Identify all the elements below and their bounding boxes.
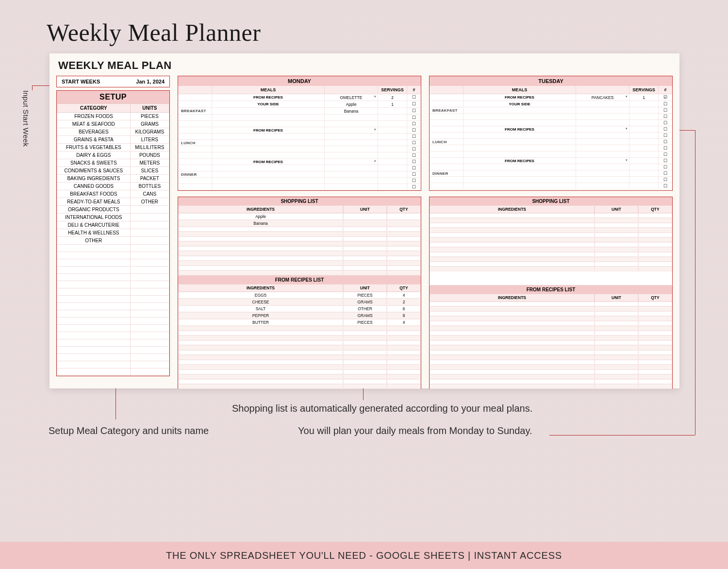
list-row[interactable] xyxy=(178,335,421,340)
meal-recipe-cell[interactable] xyxy=(325,140,378,146)
setup-cell-units[interactable] xyxy=(130,274,169,281)
meal-row[interactable]: DINNER☐ xyxy=(178,171,421,178)
list-row[interactable] xyxy=(430,242,672,247)
list-qty[interactable] xyxy=(638,262,672,267)
list-unit[interactable] xyxy=(595,267,638,271)
list-unit[interactable] xyxy=(343,360,387,365)
list-unit[interactable] xyxy=(595,350,638,355)
list-ing[interactable] xyxy=(430,360,595,365)
meal-recipe-cell[interactable]: Apple xyxy=(325,101,378,107)
list-qty[interactable] xyxy=(387,331,421,335)
list-unit[interactable] xyxy=(595,213,638,218)
list-row[interactable] xyxy=(178,251,421,256)
setup-cell-category[interactable]: DELI & CHARCUTERIE xyxy=(57,221,131,229)
list-ing[interactable] xyxy=(430,335,595,340)
list-row[interactable] xyxy=(178,345,421,350)
setup-cell-category[interactable]: OTHER xyxy=(57,237,131,245)
list-qty[interactable] xyxy=(638,340,672,345)
meal-recipe-cell[interactable] xyxy=(325,159,378,165)
setup-row[interactable] xyxy=(57,332,169,339)
list-ing[interactable] xyxy=(178,355,343,360)
list-row[interactable]: BUTTERPIECES4 xyxy=(178,319,421,326)
list-ing[interactable] xyxy=(430,233,595,237)
meal-servings-cell[interactable] xyxy=(629,177,659,183)
list-unit[interactable] xyxy=(343,365,387,369)
list-ing[interactable] xyxy=(430,228,595,233)
list-ing[interactable]: Banana xyxy=(178,220,343,227)
meal-recipe-cell[interactable] xyxy=(576,164,629,170)
setup-cell-category[interactable] xyxy=(57,325,131,332)
list-qty[interactable] xyxy=(638,301,672,306)
list-row[interactable] xyxy=(430,262,672,267)
meal-row[interactable]: LUNCH☐ xyxy=(430,139,672,145)
meal-row[interactable]: ☐ xyxy=(178,134,421,140)
meal-checkbox[interactable]: ☐ xyxy=(659,120,672,126)
list-ing[interactable] xyxy=(178,236,343,241)
setup-cell-units[interactable]: BOTTLES xyxy=(130,183,169,190)
list-ing[interactable] xyxy=(430,257,595,262)
list-unit[interactable]: GRAMS xyxy=(343,312,387,319)
list-qty[interactable] xyxy=(638,331,672,335)
meal-servings-cell[interactable] xyxy=(629,101,659,107)
list-unit[interactable] xyxy=(595,237,638,242)
meal-checkbox[interactable]: ☐ xyxy=(659,126,672,132)
meal-servings-cell[interactable] xyxy=(629,107,659,113)
list-row[interactable] xyxy=(178,379,421,384)
meal-checkbox[interactable]: ☐ xyxy=(659,183,672,189)
meal-servings-cell[interactable] xyxy=(378,184,407,190)
meal-servings-cell[interactable] xyxy=(378,121,407,127)
list-qty[interactable] xyxy=(638,326,672,331)
setup-cell-category[interactable]: GRAINS & PASTA xyxy=(57,136,131,144)
setup-cell-category[interactable]: CANNED GOODS xyxy=(57,183,131,190)
setup-cell-units[interactable] xyxy=(130,332,169,339)
meal-recipe-cell[interactable] xyxy=(576,170,629,176)
list-qty[interactable] xyxy=(638,384,672,389)
list-unit[interactable] xyxy=(595,384,638,389)
meal-servings-cell[interactable] xyxy=(378,165,407,171)
list-qty[interactable] xyxy=(638,252,672,257)
meal-recipe-cell[interactable] xyxy=(325,178,378,184)
meal-row[interactable]: ☐ xyxy=(430,133,672,139)
meal-row[interactable]: ☐ xyxy=(178,184,421,190)
list-qty[interactable] xyxy=(387,379,421,384)
meal-checkbox[interactable]: ☐ xyxy=(659,101,672,107)
list-unit[interactable] xyxy=(595,335,638,340)
meal-recipe-cell[interactable] xyxy=(325,134,378,139)
list-unit[interactable] xyxy=(343,251,387,256)
meal-servings-cell[interactable] xyxy=(378,108,407,114)
meal-servings-cell[interactable]: 1 xyxy=(629,94,659,100)
list-row[interactable] xyxy=(430,365,672,369)
meal-recipe-cell[interactable] xyxy=(576,177,629,183)
meal-recipe-cell[interactable]: OMELETTE xyxy=(325,94,378,100)
meal-row[interactable]: ☐ xyxy=(178,115,421,121)
meal-row[interactable]: FROM RECIPESOMELETTE2☐ xyxy=(178,94,421,101)
list-ing[interactable] xyxy=(178,379,343,384)
list-unit[interactable] xyxy=(595,218,638,223)
meal-servings-cell[interactable] xyxy=(378,140,407,146)
setup-cell-category[interactable]: ORGANIC PRODUCTS xyxy=(57,206,131,214)
list-ing[interactable] xyxy=(430,252,595,257)
setup-cell-units[interactable] xyxy=(130,288,169,296)
meal-checkbox[interactable]: ☐ xyxy=(659,107,672,113)
meal-checkbox[interactable]: ☐ xyxy=(407,121,421,127)
list-qty[interactable] xyxy=(638,345,672,350)
meal-checkbox[interactable]: ☐ xyxy=(407,171,421,177)
meal-row[interactable]: ☐ xyxy=(178,146,421,152)
list-ing[interactable] xyxy=(430,237,595,242)
list-row[interactable] xyxy=(178,384,421,389)
meal-checkbox[interactable]: ☐ xyxy=(659,177,672,183)
list-ing[interactable] xyxy=(178,340,343,345)
list-qty[interactable] xyxy=(638,350,672,355)
setup-row[interactable] xyxy=(57,288,169,296)
setup-cell-units[interactable] xyxy=(130,318,169,325)
list-qty[interactable] xyxy=(638,379,672,384)
meal-checkbox[interactable]: ☐ xyxy=(659,158,672,164)
meal-checkbox[interactable]: ☐ xyxy=(659,170,672,176)
list-qty[interactable] xyxy=(387,270,421,275)
list-row[interactable] xyxy=(430,326,672,331)
meal-recipe-cell[interactable] xyxy=(325,115,378,120)
list-ing[interactable] xyxy=(430,306,595,311)
list-ing[interactable] xyxy=(430,340,595,345)
setup-cell-category[interactable] xyxy=(57,368,131,376)
meal-recipe-cell[interactable] xyxy=(576,139,629,145)
